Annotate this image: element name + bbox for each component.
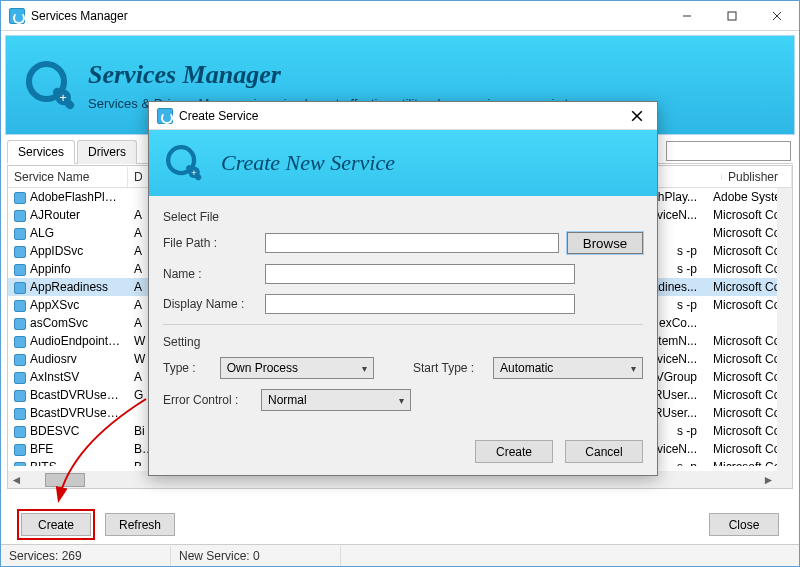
tab-drivers[interactable]: Drivers xyxy=(77,140,137,164)
filepath-label: File Path : xyxy=(163,236,257,250)
service-icon xyxy=(14,246,26,258)
modal-titlebar: Create Service xyxy=(149,102,657,130)
service-icon xyxy=(14,228,26,240)
error-control-combo[interactable]: Normal ▾ xyxy=(261,389,411,411)
window-title: Services Manager xyxy=(31,9,128,23)
chevron-down-icon: ▾ xyxy=(399,395,404,406)
filepath-input[interactable] xyxy=(265,233,559,253)
tab-services[interactable]: Services xyxy=(7,140,75,164)
svg-rect-1 xyxy=(728,12,736,20)
name-input[interactable] xyxy=(265,264,575,284)
bottom-buttons: Create Refresh Close xyxy=(21,513,779,536)
error-control-value: Normal xyxy=(268,393,307,407)
service-icon xyxy=(14,192,26,204)
type-combo[interactable]: Own Process ▾ xyxy=(220,357,374,379)
scroll-thumb[interactable] xyxy=(45,473,85,487)
close-button[interactable] xyxy=(754,1,799,31)
create-service-dialog: Create Service + Create New Service Sele… xyxy=(148,101,658,476)
modal-close-button[interactable] xyxy=(625,104,649,128)
start-type-combo[interactable]: Automatic ▾ xyxy=(493,357,643,379)
modal-banner: + Create New Service xyxy=(149,130,657,196)
error-control-label: Error Control : xyxy=(163,393,253,407)
display-name-input[interactable] xyxy=(265,294,575,314)
modal-title: Create Service xyxy=(179,109,258,123)
refresh-button[interactable]: Refresh xyxy=(105,513,175,536)
create-button[interactable]: Create xyxy=(21,513,91,536)
close-button-bottom[interactable]: Close xyxy=(709,513,779,536)
modal-app-icon xyxy=(157,108,173,124)
service-icon xyxy=(14,426,26,438)
scroll-left-icon[interactable]: ◄ xyxy=(8,471,25,488)
statusbar: Services: 269 New Service: 0 xyxy=(1,544,799,566)
banner-title: Services Manager xyxy=(88,60,575,90)
minimize-button[interactable] xyxy=(664,1,709,31)
service-icon xyxy=(14,354,26,366)
maximize-button[interactable] xyxy=(709,1,754,31)
service-icon xyxy=(14,264,26,276)
start-type-value: Automatic xyxy=(500,361,553,375)
service-icon xyxy=(14,372,26,384)
col-service-name[interactable]: Service Name xyxy=(8,167,128,187)
section-setting: Setting xyxy=(163,335,643,349)
gear-icon: + xyxy=(22,57,78,113)
col-publisher[interactable]: Publisher xyxy=(722,167,792,187)
type-label: Type : xyxy=(163,361,212,375)
service-icon xyxy=(14,444,26,456)
main-window: Services Manager + Services Manager Serv… xyxy=(0,0,800,567)
service-icon xyxy=(14,300,26,312)
section-select-file: Select File xyxy=(163,210,643,224)
start-type-label: Start Type : xyxy=(413,361,485,375)
modal-cancel-button[interactable]: Cancel xyxy=(565,440,643,463)
window-controls xyxy=(664,1,799,31)
service-icon xyxy=(14,390,26,402)
app-icon xyxy=(9,8,25,24)
vertical-scrollbar[interactable] xyxy=(777,188,792,471)
service-icon xyxy=(14,210,26,222)
gear-icon: + xyxy=(161,140,207,186)
browse-button[interactable]: Browse xyxy=(567,232,643,254)
search-input[interactable] xyxy=(666,141,791,161)
status-new-service: New Service: 0 xyxy=(171,546,341,566)
service-icon xyxy=(14,336,26,348)
modal-create-button[interactable]: Create xyxy=(475,440,553,463)
chevron-down-icon: ▾ xyxy=(631,363,636,374)
status-service-count: Services: 269 xyxy=(1,546,171,566)
display-name-label: Display Name : xyxy=(163,297,257,311)
service-icon xyxy=(14,408,26,420)
svg-text:+: + xyxy=(60,91,67,105)
service-icon xyxy=(14,462,26,466)
chevron-down-icon: ▾ xyxy=(362,363,367,374)
scroll-right-icon[interactable]: ► xyxy=(760,471,777,488)
modal-banner-title: Create New Service xyxy=(221,150,395,176)
service-icon xyxy=(14,318,26,330)
svg-text:+: + xyxy=(191,168,196,178)
titlebar: Services Manager xyxy=(1,1,799,31)
service-icon xyxy=(14,282,26,294)
name-label: Name : xyxy=(163,267,257,281)
type-value: Own Process xyxy=(227,361,298,375)
